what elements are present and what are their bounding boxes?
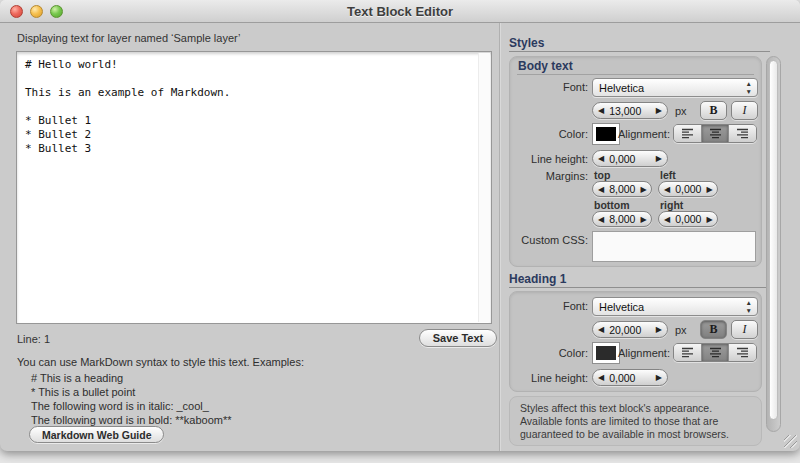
margin-bottom-stepper[interactable]: ◀ 8,000 ▶ xyxy=(592,211,652,227)
increment-arrow-icon[interactable]: ▶ xyxy=(701,212,717,227)
alignment-label: Alignment: xyxy=(592,347,670,359)
body-text-group: Body text Font: Helvetica ▲▼ ◀ 13,000 ▶ … xyxy=(509,56,762,267)
align-center-icon xyxy=(709,128,722,139)
decrement-arrow-icon[interactable]: ◀ xyxy=(593,151,609,166)
heading1-font-size-stepper[interactable]: ◀ 20,000 ▶ xyxy=(592,321,668,338)
markdown-text-input[interactable] xyxy=(17,52,479,323)
popup-arrows-icon: ▲▼ xyxy=(746,299,752,315)
line-height-label: Line height: xyxy=(510,153,588,165)
align-right-icon xyxy=(736,128,749,139)
heading1-font-select[interactable]: Helvetica ▲▼ xyxy=(592,297,758,316)
align-left-icon xyxy=(681,128,694,139)
help-example-bullet: * This is a bullet point xyxy=(31,385,232,399)
note-line: Styles affect this text block's appearan… xyxy=(520,402,751,415)
font-label: Font: xyxy=(510,300,588,312)
margin-top-stepper[interactable]: ◀ 8,000 ▶ xyxy=(592,181,652,197)
resize-grip-icon[interactable] xyxy=(784,435,797,448)
heading1-font-value: Helvetica xyxy=(599,301,644,313)
line-height-label: Line height: xyxy=(510,372,588,384)
margin-bottom-label: bottom xyxy=(594,199,630,211)
color-label: Color: xyxy=(510,347,588,359)
margin-right-stepper[interactable]: ◀ 0,000 ▶ xyxy=(658,211,718,227)
text-block-editor-window: Text Block Editor Displaying text for la… xyxy=(0,0,800,451)
help-example-italic: The following word is in italic: _cool_ xyxy=(31,399,232,413)
align-center-button[interactable] xyxy=(701,344,729,361)
line-status: Line: 1 xyxy=(17,333,50,345)
increment-arrow-icon[interactable]: ▶ xyxy=(701,182,717,197)
decrement-arrow-icon[interactable]: ◀ xyxy=(659,182,675,197)
margin-bottom-value: 8,000 xyxy=(609,213,635,225)
help-example-bold: The following word is in bold: **kaboom*… xyxy=(31,413,232,427)
body-italic-button[interactable]: I xyxy=(731,101,758,120)
margin-left-value: 0,000 xyxy=(675,183,701,195)
align-left-icon xyxy=(681,347,694,358)
layer-caption: Displaying text for layer named ‘Sample … xyxy=(17,32,241,44)
align-right-button[interactable] xyxy=(728,125,756,142)
body-bold-button[interactable]: B xyxy=(700,101,727,120)
styles-scrollbar[interactable] xyxy=(766,56,781,432)
align-center-icon xyxy=(709,347,722,358)
styles-scrollbar-thumb[interactable] xyxy=(769,60,778,420)
styles-panel-title: Styles xyxy=(509,36,544,50)
align-right-icon xyxy=(736,347,749,358)
help-example-heading: # This is a heading xyxy=(31,371,232,385)
decrement-arrow-icon[interactable]: ◀ xyxy=(593,212,609,227)
body-line-height-value: 0,000 xyxy=(609,153,651,165)
body-font-size-value: 13,000 xyxy=(609,105,651,117)
heading1-alignment-control xyxy=(673,343,757,362)
increment-arrow-icon[interactable]: ▶ xyxy=(651,151,667,166)
titlebar: Text Block Editor xyxy=(0,0,800,23)
body-line-height-stepper[interactable]: ◀ 0,000 ▶ xyxy=(592,150,668,167)
align-left-button[interactable] xyxy=(674,344,701,361)
heading1-line-height-value: 0,000 xyxy=(609,372,651,384)
heading1-title-rule xyxy=(509,287,770,288)
styles-note: Styles affect this text block's appearan… xyxy=(509,396,762,446)
decrement-arrow-icon[interactable]: ◀ xyxy=(593,370,609,385)
margin-left-stepper[interactable]: ◀ 0,000 ▶ xyxy=(658,181,718,197)
alignment-label: Alignment: xyxy=(592,128,670,140)
increment-arrow-icon[interactable]: ▶ xyxy=(651,103,667,118)
body-size-unit: px xyxy=(675,105,687,117)
markdown-web-guide-button[interactable]: Markdown Web Guide xyxy=(29,426,164,443)
increment-arrow-icon[interactable]: ▶ xyxy=(635,182,651,197)
editor-scrollbar[interactable] xyxy=(478,53,490,322)
help-examples: # This is a heading * This is a bullet p… xyxy=(31,371,232,427)
body-text-section-title: Body text xyxy=(518,59,573,73)
save-text-button[interactable]: Save Text xyxy=(419,329,497,347)
body-alignment-control xyxy=(673,124,757,143)
note-line: guaranteed to be available in most brows… xyxy=(520,428,751,441)
body-text-rule xyxy=(517,74,754,75)
custom-css-label: Custom CSS: xyxy=(510,234,588,246)
heading1-group: Font: Helvetica ▲▼ ◀ 20,000 ▶ px B I Col… xyxy=(509,291,762,392)
heading1-line-height-stepper[interactable]: ◀ 0,000 ▶ xyxy=(592,369,668,386)
decrement-arrow-icon[interactable]: ◀ xyxy=(593,182,609,197)
align-center-button[interactable] xyxy=(701,125,729,142)
margin-top-label: top xyxy=(594,169,610,181)
decrement-arrow-icon[interactable]: ◀ xyxy=(659,212,675,227)
styles-title-rule xyxy=(509,51,770,52)
heading1-bold-button[interactable]: B xyxy=(700,320,727,339)
margins-label: Margins: xyxy=(510,170,588,182)
decrement-arrow-icon[interactable]: ◀ xyxy=(593,103,609,118)
heading1-size-unit: px xyxy=(675,324,687,336)
body-font-select[interactable]: Helvetica ▲▼ xyxy=(592,78,758,97)
heading1-italic-button[interactable]: I xyxy=(731,320,758,339)
increment-arrow-icon[interactable]: ▶ xyxy=(651,370,667,385)
heading1-font-size-value: 20,000 xyxy=(609,324,651,336)
increment-arrow-icon[interactable]: ▶ xyxy=(635,212,651,227)
align-right-button[interactable] xyxy=(728,344,756,361)
decrement-arrow-icon[interactable]: ◀ xyxy=(593,322,609,337)
font-label: Font: xyxy=(510,81,588,93)
window-title: Text Block Editor xyxy=(0,4,800,19)
increment-arrow-icon[interactable]: ▶ xyxy=(651,322,667,337)
margin-top-value: 8,000 xyxy=(609,183,635,195)
margin-right-label: right xyxy=(660,199,683,211)
panel-divider-highlight xyxy=(500,23,501,451)
margin-left-label: left xyxy=(660,169,676,181)
custom-css-input[interactable] xyxy=(592,231,756,262)
margin-right-value: 0,000 xyxy=(675,213,701,225)
body-font-size-stepper[interactable]: ◀ 13,000 ▶ xyxy=(592,102,668,119)
align-left-button[interactable] xyxy=(674,125,701,142)
color-label: Color: xyxy=(510,128,588,140)
body-font-value: Helvetica xyxy=(599,82,644,94)
